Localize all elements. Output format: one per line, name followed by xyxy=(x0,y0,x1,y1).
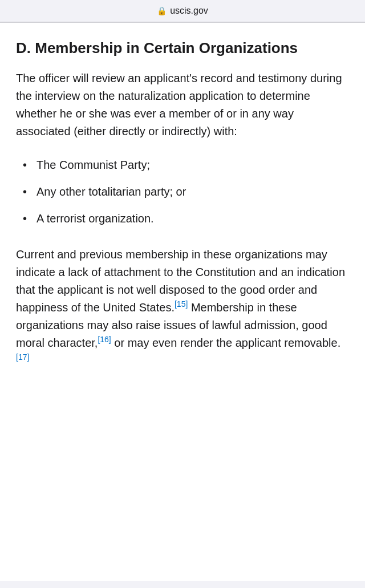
footnote-16-link[interactable]: [16] xyxy=(98,335,111,344)
lock-icon: 🔒 xyxy=(157,6,167,15)
bullet-list: The Communist Party; Any other totalitar… xyxy=(16,152,349,232)
address-bar: 🔒 uscis.gov xyxy=(0,0,365,22)
main-paragraph: Current and previous membership in these… xyxy=(16,246,349,370)
list-item: A terrorist organization. xyxy=(25,205,349,232)
list-item: Any other totalitarian party; or xyxy=(25,179,349,205)
footnote-17-link[interactable]: [17] xyxy=(16,352,29,362)
footnote-15-link[interactable]: [15] xyxy=(175,299,188,309)
content-area: D. Membership in Certain Organizations T… xyxy=(0,22,365,581)
intro-paragraph: The officer will review an applicant's r… xyxy=(16,70,349,140)
url-text: uscis.gov xyxy=(170,6,208,16)
section-heading: D. Membership in Certain Organizations xyxy=(16,39,349,58)
list-item: The Communist Party; xyxy=(25,152,349,179)
paragraph-text-3: or may even render the applicant removab… xyxy=(111,336,340,349)
